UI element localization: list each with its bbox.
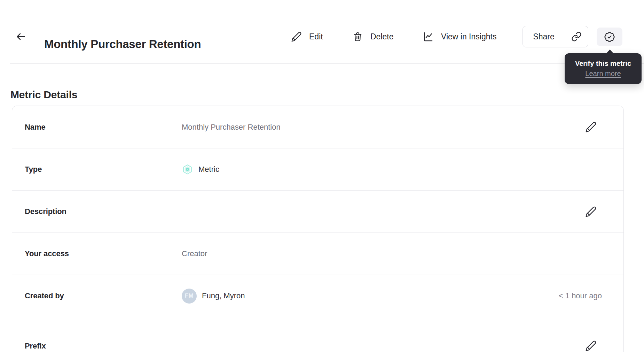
arrow-left-icon	[15, 31, 26, 42]
learn-more-link[interactable]: Learn more	[585, 70, 621, 78]
section-title: Metric Details	[10, 89, 77, 101]
row-label: Description	[25, 207, 182, 216]
row-label: Created by	[25, 291, 182, 300]
created-timestamp: < 1 hour ago	[559, 291, 602, 300]
tooltip-title: Verify this metric	[568, 59, 638, 68]
view-in-insights-button[interactable]: View in Insights	[422, 30, 496, 44]
metric-details-page: Monthly Purchaser Retention Edit Delete	[0, 0, 644, 352]
type-value: Metric	[198, 165, 219, 174]
share-button[interactable]: Share	[523, 26, 565, 47]
verify-metric-tooltip: Verify this metric Learn more	[565, 53, 642, 84]
pencil-icon	[291, 31, 302, 42]
delete-label: Delete	[370, 32, 393, 41]
pencil-icon	[585, 206, 597, 217]
detail-row-type: Type Metric	[12, 148, 623, 191]
trash-icon	[352, 31, 363, 42]
avatar: FM	[182, 289, 197, 304]
detail-row-your-access: Your access Creator	[12, 233, 623, 275]
detail-row-created-by: Created by FM Fung, Myron < 1 hour ago	[12, 275, 623, 317]
row-label: Prefix	[25, 342, 182, 351]
view-in-insights-label: View in Insights	[441, 32, 496, 41]
metric-details-card: Name Monthly Purchaser Retention Type	[12, 106, 624, 352]
created-by-value: Fung, Myron	[202, 291, 245, 300]
share-label: Share	[533, 32, 554, 41]
copy-link-button[interactable]	[565, 26, 588, 47]
hexagon-metric-icon	[182, 164, 193, 175]
edit-name-button[interactable]	[584, 120, 598, 134]
line-chart-icon	[422, 31, 434, 43]
link-icon	[571, 31, 582, 42]
back-button[interactable]	[15, 30, 27, 43]
name-value: Monthly Purchaser Retention	[182, 123, 281, 132]
header-divider	[10, 63, 644, 64]
row-label: Type	[25, 165, 182, 174]
detail-row-description: Description	[12, 191, 623, 233]
edit-description-button[interactable]	[584, 205, 598, 219]
access-value: Creator	[182, 249, 207, 258]
pencil-icon	[585, 340, 597, 352]
edit-label: Edit	[309, 32, 323, 41]
row-label: Your access	[25, 249, 182, 258]
verify-metric-button[interactable]	[597, 28, 622, 46]
page-title: Monthly Purchaser Retention	[44, 38, 201, 51]
delete-button[interactable]: Delete	[352, 30, 393, 44]
pencil-icon	[585, 121, 597, 133]
detail-row-name: Name Monthly Purchaser Retention	[12, 106, 623, 148]
row-label: Name	[25, 123, 182, 132]
detail-row-prefix: Prefix	[12, 317, 623, 352]
edit-button[interactable]: Edit	[291, 30, 323, 44]
verified-badge-icon	[603, 31, 616, 43]
edit-prefix-button[interactable]	[584, 339, 598, 352]
